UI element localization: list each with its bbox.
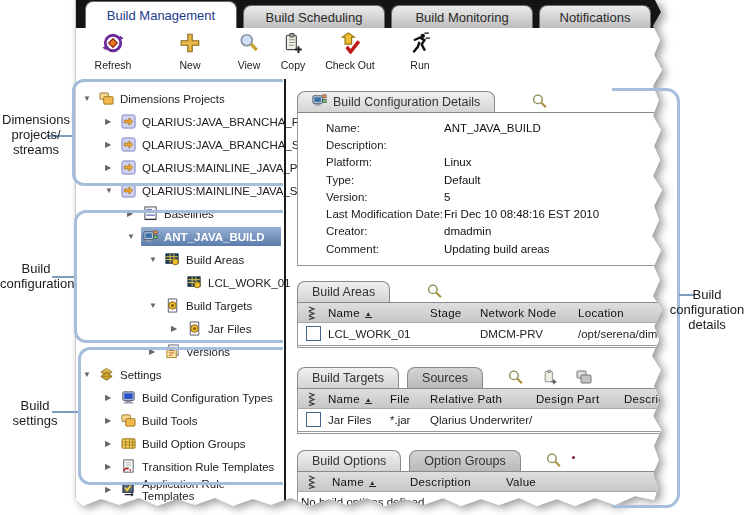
expand-arrow-icon[interactable] — [149, 347, 163, 356]
column-header[interactable]: Relative Path — [430, 393, 536, 405]
tab-build-options[interactable]: Build Options — [297, 450, 401, 471]
expand-arrow-icon[interactable] — [149, 255, 163, 264]
screenshot-figure: Build Management Build Scheduling Build … — [0, 0, 754, 515]
build-area-node-icon — [187, 275, 203, 290]
build-options-header-row: Name Description Value — [298, 472, 667, 492]
tree-item-baselines[interactable]: Baselines — [76, 202, 284, 225]
column-header[interactable]: Value — [506, 476, 667, 488]
expand-arrow-icon[interactable] — [83, 94, 97, 103]
new-button[interactable]: New — [170, 32, 210, 71]
tab-sources[interactable]: Sources — [407, 367, 483, 388]
transition-rule-icon — [121, 459, 137, 474]
expand-arrow-icon[interactable] — [127, 209, 141, 218]
expand-arrow-icon[interactable] — [105, 462, 119, 471]
expand-arrow-icon[interactable] — [127, 232, 141, 241]
expand-arrow-icon[interactable] — [105, 416, 119, 425]
column-header[interactable]: Location — [578, 307, 667, 319]
tree-item-qlarius-java-brancha-str[interactable]: QLARIUS:JAVA_BRANCHA_STR — [76, 133, 284, 156]
projects-folders-icon — [99, 91, 115, 106]
check-out-button[interactable]: Check Out — [315, 32, 385, 71]
view-button[interactable]: View — [227, 32, 271, 71]
tree-item-ant-java-build[interactable]: ANT_JAVA_BUILD — [76, 225, 284, 248]
tree-item-build-areas[interactable]: Build Areas — [76, 248, 284, 271]
column-header[interactable]: Name — [332, 476, 410, 488]
column-header[interactable]: Stage — [430, 307, 480, 319]
tree-item-qlarius-mainline-java-prj[interactable]: QLARIUS:MAINLINE_JAVA_PRJ — [76, 156, 284, 179]
tree-item-application-rule-templates[interactable]: Application Rule Templates — [76, 478, 284, 501]
column-header[interactable]: Network Node — [480, 307, 578, 319]
select-column-icon — [298, 475, 332, 489]
tab-build-targets[interactable]: Build Targets — [297, 367, 399, 388]
run-button[interactable]: Run — [395, 32, 445, 71]
expand-arrow-icon[interactable] — [105, 140, 119, 149]
tab-build-configuration-details[interactable]: Build Configuration Details — [297, 91, 495, 112]
cell-location: /opt/serena/dimens — [578, 328, 667, 340]
column-header[interactable]: Name — [328, 307, 430, 319]
expand-arrow-icon[interactable] — [83, 370, 97, 379]
field-label: Comment: — [326, 243, 444, 255]
details-fields: Name:ANT_JAVA_BUILD Description: Platfor… — [297, 113, 668, 266]
hierarchy-icon[interactable] — [576, 369, 592, 388]
toolbar-label: Refresh — [95, 59, 132, 71]
search-icon[interactable] — [531, 93, 548, 112]
copy-button[interactable]: Copy — [271, 32, 315, 71]
expand-arrow-icon[interactable] — [105, 163, 119, 172]
tree-item-qlarius-java-brancha-prj[interactable]: QLARIUS:JAVA_BRANCHA_PRJ — [76, 110, 284, 133]
expand-arrow-icon[interactable] — [105, 117, 119, 126]
column-header[interactable]: File — [390, 393, 430, 405]
tree-item-dimensions-projects[interactable]: Dimensions Projects — [76, 87, 284, 110]
expand-arrow-icon[interactable] — [149, 301, 163, 310]
copy-icon[interactable] — [542, 369, 558, 388]
expand-arrow-icon[interactable] — [171, 324, 185, 333]
search-icon[interactable] — [545, 452, 562, 471]
tree-item-label: Transition Rule Templates — [142, 461, 274, 473]
cell-name: LCL_WORK_01 — [328, 328, 430, 340]
expand-arrow-icon[interactable] — [105, 186, 119, 195]
tree-item-build-tools[interactable]: Build Tools — [76, 409, 284, 432]
tree-item-label: Build Targets — [186, 300, 252, 312]
tree-item-label: ANT_JAVA_BUILD — [164, 231, 265, 243]
tree-item-label: Build Option Groups — [142, 438, 246, 450]
build-targets-section: Build Targets Sources Name File Rel — [297, 365, 668, 434]
field-value: Default — [444, 174, 663, 186]
tree-item-lcl-work-01[interactable]: LCL_WORK_01 — [76, 271, 284, 294]
column-header[interactable]: Description — [410, 476, 506, 488]
tree-item-build-configuration-types[interactable]: Build Configuration Types — [76, 386, 284, 409]
tree-item-jar-files[interactable]: Jar Files — [76, 317, 284, 340]
search-icon[interactable] — [507, 369, 524, 388]
tab-build-monitoring[interactable]: Build Monitoring — [391, 5, 533, 28]
row-checkbox[interactable] — [306, 326, 321, 341]
tree-item-build-option-groups[interactable]: Build Option Groups — [76, 432, 284, 455]
select-column-icon — [298, 392, 328, 406]
row-checkbox[interactable] — [306, 412, 321, 427]
expand-arrow-icon[interactable] — [105, 393, 119, 402]
field-label: Version: — [326, 191, 444, 203]
expand-arrow-icon[interactable] — [105, 485, 119, 494]
search-icon[interactable] — [426, 283, 443, 302]
tab-label: Sources — [422, 371, 468, 385]
tab-build-scheduling[interactable]: Build Scheduling — [243, 5, 385, 28]
field-label: Description: — [326, 139, 444, 151]
tab-notifications[interactable]: Notifications — [539, 5, 651, 28]
tab-build-areas[interactable]: Build Areas — [297, 281, 390, 302]
toolbar-label: View — [238, 59, 261, 71]
build-area-row[interactable]: LCL_WORK_01 DMCM-PRV /opt/serena/dimens — [298, 323, 667, 345]
tree-item-versions[interactable]: Versions — [76, 340, 284, 363]
refresh-button[interactable]: Refresh — [86, 32, 140, 71]
tree-item-qlarius-mainline-java-str[interactable]: QLARIUS:MAINLINE_JAVA_STR — [76, 179, 284, 202]
tab-label: Build Targets — [312, 371, 384, 385]
field-label: Name: — [326, 122, 444, 134]
tree-item-settings[interactable]: Settings — [76, 363, 284, 386]
expand-arrow-icon[interactable] — [105, 439, 119, 448]
tab-option-groups[interactable]: Option Groups — [409, 450, 520, 471]
tab-build-management[interactable]: Build Management — [85, 1, 237, 28]
top-tab-bar: Build Management Build Scheduling Build … — [76, 0, 668, 28]
callout-build-settings: Build settings — [0, 398, 70, 428]
tree-item-label: Application Rule Templates — [142, 478, 275, 502]
build-target-row[interactable]: Jar Files *.jar Qlarius Underwriter/ — [298, 409, 667, 431]
tree-item-build-targets[interactable]: Build Targets — [76, 294, 284, 317]
field-value: Updating build areas — [444, 243, 663, 255]
column-header[interactable]: Design Part — [536, 393, 624, 405]
column-header[interactable]: Description — [624, 393, 667, 405]
column-header[interactable]: Name — [328, 393, 390, 405]
